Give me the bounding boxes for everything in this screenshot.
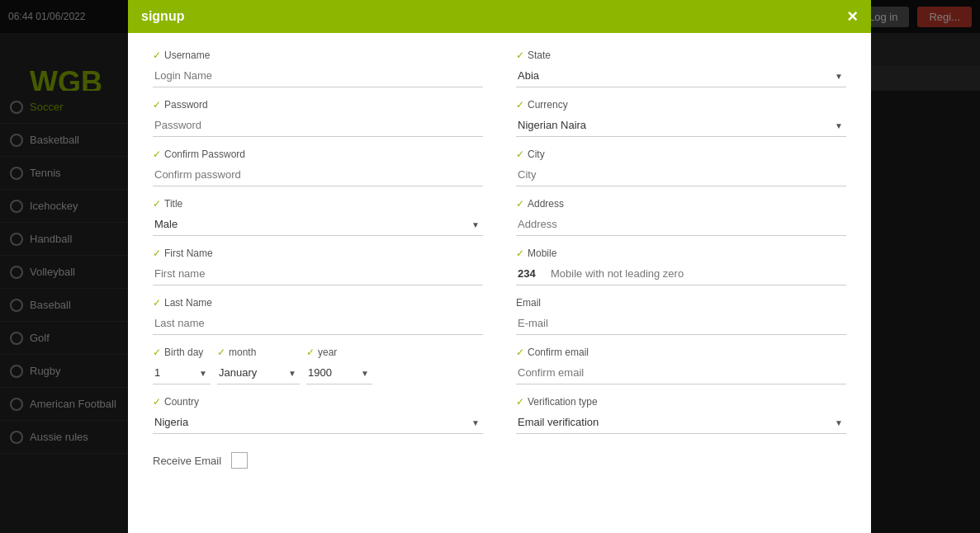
password-field-group: ✓ Password <box>153 99 483 137</box>
birthday-year-group: ✓ year 1900 2000 <box>306 347 372 384</box>
username-label: ✓ Username <box>153 50 483 61</box>
currency-select-wrapper: Nigerian Naira USD <box>516 114 846 137</box>
receive-email-label: Receive Email <box>153 455 221 467</box>
first-name-label: ✓ First Name <box>153 248 483 259</box>
address-input[interactable] <box>516 213 846 236</box>
modal-body: ✓ Username ✓ Password ✓ Confirm Password <box>128 33 871 533</box>
title-select-wrapper: Male Female <box>153 213 483 236</box>
modal-header: signup × <box>128 0 871 33</box>
mobile-row <box>516 262 846 285</box>
last-name-input[interactable] <box>153 312 483 335</box>
modal-close-button[interactable]: × <box>847 7 858 26</box>
verification-type-label: ✓ Verification type <box>516 396 846 408</box>
title-field-group: ✓ Title Male Female <box>153 198 483 236</box>
day-select-wrapper: 1 2 <box>153 361 211 384</box>
city-field-group: ✓ City <box>516 149 846 186</box>
email-field-group: Email <box>516 297 846 335</box>
email-label: Email <box>516 297 846 309</box>
birthday-row: ✓ Birth day 1 2 ✓ mont <box>153 347 483 384</box>
city-input[interactable] <box>516 163 846 186</box>
month-select-wrapper: January February <box>217 361 300 384</box>
country-field-group: ✓ Country Nigeria Ghana <box>153 396 483 434</box>
password-label: ✓ Password <box>153 99 483 111</box>
signup-modal: signup × ✓ Username ✓ Password <box>128 0 871 533</box>
birthday-year-label: ✓ year <box>306 347 372 358</box>
form-right-column: ✓ State Abia Lagos Abuja ✓ Currency <box>516 50 846 516</box>
verification-type-select-wrapper: Email verification SMS verification <box>516 411 846 434</box>
verification-type-field-group: ✓ Verification type Email verification S… <box>516 396 846 434</box>
birthday-field-group: ✓ Birth day 1 2 ✓ mont <box>153 347 483 384</box>
birthday-day-group: ✓ Birth day 1 2 <box>153 347 211 384</box>
confirm-password-label: ✓ Confirm Password <box>153 149 483 160</box>
address-label: ✓ Address <box>516 198 846 210</box>
mobile-field-group: ✓ Mobile <box>516 248 846 285</box>
title-label: ✓ Title <box>153 198 483 210</box>
currency-select[interactable]: Nigerian Naira USD <box>516 114 846 137</box>
year-select-wrapper: 1900 2000 <box>306 361 372 384</box>
birthday-month-label: ✓ month <box>217 347 300 358</box>
currency-label: ✓ Currency <box>516 99 846 111</box>
username-input[interactable] <box>153 64 483 87</box>
form-left-column: ✓ Username ✓ Password ✓ Confirm Password <box>153 50 483 516</box>
country-label: ✓ Country <box>153 396 483 408</box>
birthday-day-select[interactable]: 1 2 <box>153 361 211 384</box>
state-select-wrapper: Abia Lagos Abuja <box>516 64 846 87</box>
state-label: ✓ State <box>516 50 846 61</box>
verification-type-select[interactable]: Email verification SMS verification <box>516 411 846 434</box>
country-select[interactable]: Nigeria Ghana <box>153 411 483 434</box>
username-field-group: ✓ Username <box>153 50 483 87</box>
mobile-label: ✓ Mobile <box>516 248 846 259</box>
first-name-field-group: ✓ First Name <box>153 248 483 285</box>
birthday-day-label: ✓ Birth day <box>153 347 211 358</box>
mobile-number-input[interactable] <box>549 262 846 285</box>
mobile-prefix-input[interactable] <box>516 262 549 285</box>
birthday-month-select[interactable]: January February <box>217 361 300 384</box>
title-select[interactable]: Male Female <box>153 213 483 236</box>
country-select-wrapper: Nigeria Ghana <box>153 411 483 434</box>
first-name-input[interactable] <box>153 262 483 285</box>
address-field-group: ✓ Address <box>516 198 846 236</box>
currency-field-group: ✓ Currency Nigerian Naira USD <box>516 99 846 137</box>
modal-title: signup <box>141 9 184 24</box>
birthday-year-select[interactable]: 1900 2000 <box>306 361 372 384</box>
confirm-email-input[interactable] <box>516 361 846 384</box>
state-select[interactable]: Abia Lagos Abuja <box>516 64 846 87</box>
state-field-group: ✓ State Abia Lagos Abuja <box>516 50 846 87</box>
city-label: ✓ City <box>516 149 846 160</box>
birthday-month-group: ✓ month January February <box>217 347 300 384</box>
last-name-label: ✓ Last Name <box>153 297 483 309</box>
receive-email-row: Receive Email <box>153 452 483 469</box>
confirm-password-field-group: ✓ Confirm Password <box>153 149 483 186</box>
confirm-password-input[interactable] <box>153 163 483 186</box>
last-name-field-group: ✓ Last Name <box>153 297 483 335</box>
password-input[interactable] <box>153 114 483 137</box>
confirm-email-label: ✓ Confirm email <box>516 347 846 358</box>
confirm-email-field-group: ✓ Confirm email <box>516 347 846 384</box>
receive-email-checkbox[interactable] <box>231 452 248 469</box>
email-input[interactable] <box>516 312 846 335</box>
